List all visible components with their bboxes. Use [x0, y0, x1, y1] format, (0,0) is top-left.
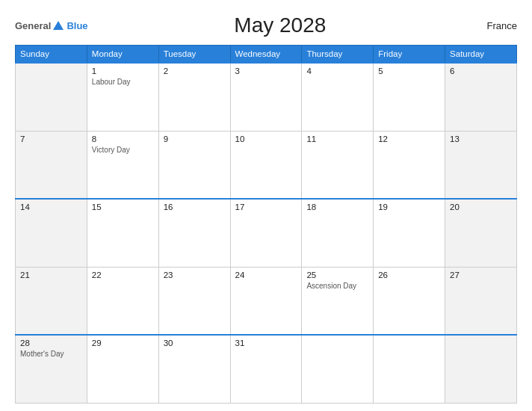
day-number: 18	[306, 203, 368, 211]
day-number: 19	[378, 203, 440, 211]
calendar-day-cell: 10	[230, 131, 302, 199]
calendar-header-row: SundayMondayTuesdayWednesdayThursdayFrid…	[16, 46, 517, 64]
day-number: 30	[164, 339, 226, 347]
calendar-title: May 2028	[88, 13, 472, 37]
day-number: 15	[92, 203, 154, 211]
weekday-header-thursday: Thursday	[302, 46, 374, 64]
calendar-day-cell: 30	[158, 335, 230, 403]
day-number: 24	[235, 271, 297, 279]
day-number: 16	[164, 203, 226, 211]
weekday-header-friday: Friday	[374, 46, 445, 64]
calendar-day-cell: 11	[302, 131, 374, 199]
calendar-day-cell: 20	[445, 199, 517, 267]
day-number: 17	[235, 203, 297, 211]
calendar-day-cell: 21	[16, 267, 87, 335]
calendar-day-cell: 7	[16, 131, 87, 199]
calendar-day-cell: 4	[302, 63, 374, 131]
day-number: 6	[450, 67, 512, 75]
country-label: France	[472, 20, 517, 31]
day-number: 29	[92, 339, 154, 347]
calendar-day-cell	[302, 335, 374, 403]
calendar-day-cell: 27	[445, 267, 517, 335]
calendar-day-cell: 12	[374, 131, 445, 199]
day-number: 25	[306, 271, 368, 279]
calendar-day-cell: 5	[374, 63, 445, 131]
calendar-table: SundayMondayTuesdayWednesdayThursdayFrid…	[15, 45, 517, 404]
calendar-day-cell: 26	[374, 267, 445, 335]
header: General Blue May 2028 France	[15, 13, 517, 37]
day-number: 22	[92, 271, 154, 279]
day-number: 8	[92, 135, 154, 143]
day-number: 2	[164, 67, 226, 75]
day-number: 27	[450, 271, 512, 279]
calendar-day-cell: 28Mother's Day	[16, 335, 87, 403]
logo-triangle-icon	[53, 21, 64, 30]
calendar-day-cell: 14	[16, 199, 87, 267]
day-number: 4	[306, 67, 368, 75]
holiday-name: Victory Day	[92, 145, 154, 155]
calendar-week-row: 2122232425Ascension Day2627	[16, 267, 517, 335]
calendar-day-cell: 16	[158, 199, 230, 267]
calendar-day-cell: 31	[230, 335, 302, 403]
calendar-day-cell	[16, 63, 87, 131]
calendar-day-cell: 22	[87, 267, 158, 335]
calendar-page: General Blue May 2028 France SundayMonda…	[0, 0, 532, 411]
calendar-day-cell: 25Ascension Day	[302, 267, 374, 335]
day-number: 31	[235, 339, 297, 347]
calendar-day-cell: 8Victory Day	[87, 131, 158, 199]
day-number: 1	[92, 67, 154, 75]
day-number: 3	[235, 67, 297, 75]
day-number: 7	[20, 135, 82, 143]
day-number: 21	[20, 271, 82, 279]
weekday-header-tuesday: Tuesday	[158, 46, 230, 64]
calendar-day-cell: 9	[158, 131, 230, 199]
day-number: 23	[164, 271, 226, 279]
calendar-day-cell: 17	[230, 199, 302, 267]
day-number: 9	[164, 135, 226, 143]
logo-blue-text: Blue	[66, 20, 87, 31]
calendar-day-cell	[445, 335, 517, 403]
calendar-week-row: 28Mother's Day293031	[16, 335, 517, 403]
day-number: 12	[378, 135, 440, 143]
weekday-header-saturday: Saturday	[445, 46, 517, 64]
calendar-day-cell	[374, 335, 445, 403]
weekday-header-wednesday: Wednesday	[230, 46, 302, 64]
calendar-day-cell: 13	[445, 131, 517, 199]
day-number: 28	[20, 339, 82, 347]
calendar-day-cell: 2	[158, 63, 230, 131]
holiday-name: Labour Day	[92, 77, 154, 87]
day-number: 11	[306, 135, 368, 143]
day-number: 26	[378, 271, 440, 279]
weekday-header-sunday: Sunday	[16, 46, 87, 64]
calendar-day-cell: 19	[374, 199, 445, 267]
calendar-week-row: 78Victory Day910111213	[16, 131, 517, 199]
calendar-day-cell: 23	[158, 267, 230, 335]
calendar-week-row: 1Labour Day23456	[16, 63, 517, 131]
calendar-day-cell: 24	[230, 267, 302, 335]
calendar-day-cell: 29	[87, 335, 158, 403]
day-number: 14	[20, 203, 82, 211]
day-number: 13	[450, 135, 512, 143]
holiday-name: Ascension Day	[306, 281, 368, 291]
calendar-day-cell: 3	[230, 63, 302, 131]
day-number: 10	[235, 135, 297, 143]
calendar-day-cell: 15	[87, 199, 158, 267]
calendar-day-cell: 1Labour Day	[87, 63, 158, 131]
day-number: 5	[378, 67, 440, 75]
day-number: 20	[450, 203, 512, 211]
holiday-name: Mother's Day	[20, 349, 82, 359]
calendar-day-cell: 6	[445, 63, 517, 131]
calendar-week-row: 14151617181920	[16, 199, 517, 267]
logo: General Blue	[15, 20, 88, 31]
calendar-day-cell: 18	[302, 199, 374, 267]
logo-general-text: General	[15, 20, 51, 31]
weekday-header-monday: Monday	[87, 46, 158, 64]
